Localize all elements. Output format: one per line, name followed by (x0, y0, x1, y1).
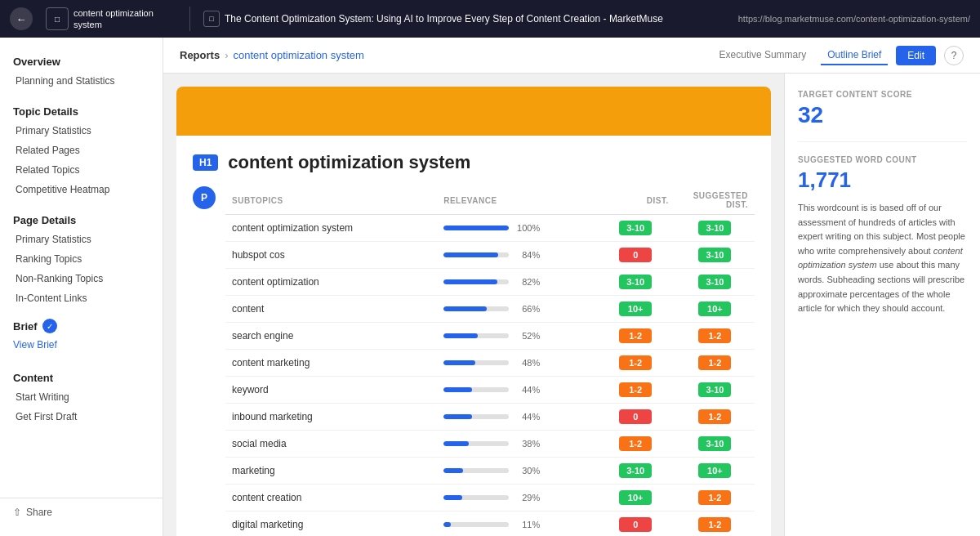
cell-dist: 1-2 (596, 377, 675, 404)
table-body: content optimization system 100% 3-10 3-… (225, 215, 755, 537)
col-header-dist: DIST. (596, 186, 675, 215)
cell-topic: marketing (225, 458, 437, 485)
table-row: content optimization 82% 3-10 3-10 (225, 269, 755, 296)
col-header-suggested: SUGGESTED DIST. (675, 186, 755, 215)
target-score-label: TARGET CONTENT SCORE (798, 90, 967, 99)
sidebar-item-start-writing[interactable]: Start Writing (0, 387, 163, 407)
edit-button[interactable]: Edit (896, 46, 936, 65)
app-icon: □ (46, 7, 69, 30)
sidebar-page-label: Page Details (0, 206, 163, 230)
breadcrumb-separator: › (225, 49, 228, 61)
tab-executive-summary[interactable]: Executive Summary (713, 46, 813, 65)
cell-topic: content creation (225, 485, 437, 511)
cell-relevance: 44% (437, 404, 595, 431)
table-row: keyword 44% 1-2 3-10 (225, 377, 755, 404)
sidebar-item-ranking-topics[interactable]: Ranking Topics (0, 249, 163, 269)
sidebar-item-primary-stats-1[interactable]: Primary Statistics (0, 121, 163, 141)
sidebar-share[interactable]: ⇧ Share (0, 498, 163, 526)
cell-suggested: 10+ (675, 296, 755, 323)
cell-topic: inbound marketing (225, 404, 437, 431)
cell-dist: 0 (596, 511, 675, 537)
main-layout: Overview Planning and Statistics Topic D… (0, 38, 980, 536)
cell-dist: 3-10 (596, 215, 675, 242)
cell-topic: content optimization (225, 269, 437, 296)
sidebar-topic-label: Topic Details (0, 97, 163, 121)
cell-suggested: 1-2 (675, 350, 755, 377)
cell-suggested: 3-10 (675, 431, 755, 458)
wordcount-value: 1,771 (798, 168, 967, 193)
cell-topic: hubspot cos (225, 242, 437, 269)
cell-relevance: 38% (437, 431, 595, 458)
sidebar-brief-row: Brief ✓ (0, 315, 163, 337)
cell-relevance: 66% (437, 296, 595, 323)
cell-dist: 0 (596, 404, 675, 431)
col-header-relevance: RELEVANCE (437, 186, 595, 215)
sidebar-brief-section: Brief ✓ View Brief (0, 315, 163, 357)
cell-suggested: 1-2 (675, 404, 755, 431)
doc-icon: □ (203, 11, 220, 27)
breadcrumb: Reports › content optimization system (180, 49, 364, 61)
sidebar-topic-section: Topic Details Primary Statistics Related… (0, 97, 163, 199)
cell-dist: 10+ (596, 296, 675, 323)
sidebar-item-get-draft[interactable]: Get First Draft (0, 407, 163, 427)
h1-header: H1 content optimization system (193, 152, 755, 173)
cell-suggested: 10+ (675, 458, 755, 485)
cell-topic: keyword (225, 377, 437, 404)
right-panel: TARGET CONTENT SCORE 32 SUGGESTED WORD C… (784, 74, 980, 536)
cell-suggested: 1-2 (675, 323, 755, 350)
sidebar-item-related-pages[interactable]: Related Pages (0, 141, 163, 160)
sidebar-brief-label: Brief (13, 320, 38, 333)
sidebar: Overview Planning and Statistics Topic D… (0, 38, 163, 536)
h1-section: H1 content optimization system P SUBTOPI… (176, 136, 771, 536)
sidebar-content-label: Content (0, 364, 163, 387)
table-row: content 66% 10+ 10+ (225, 296, 755, 323)
sidebar-item-in-content-links[interactable]: In-Content Links (0, 288, 163, 308)
left-panel: H1 content optimization system P SUBTOPI… (163, 74, 784, 536)
sidebar-item-competitive[interactable]: Competitive Heatmap (0, 180, 163, 199)
cell-suggested: 3-10 (675, 242, 755, 269)
breadcrumb-reports[interactable]: Reports (180, 49, 220, 61)
sidebar-item-related-topics[interactable]: Related Topics (0, 160, 163, 180)
cell-suggested: 3-10 (675, 269, 755, 296)
table-row: content creation 29% 10+ 1-2 (225, 485, 755, 511)
cell-relevance: 84% (437, 242, 595, 269)
table-row: social media 38% 1-2 3-10 (225, 431, 755, 458)
tab-outline-brief[interactable]: Outline Brief (821, 46, 888, 65)
cell-dist: 1-2 (596, 431, 675, 458)
content-area: Reports › content optimization system Ex… (163, 38, 980, 536)
right-divider-1 (798, 141, 967, 142)
back-icon: ← (16, 13, 27, 25)
cell-relevance: 11% (437, 511, 595, 537)
cell-suggested: 3-10 (675, 215, 755, 242)
cell-suggested: 3-10 (675, 377, 755, 404)
table-row: inbound marketing 44% 0 1-2 (225, 404, 755, 431)
cell-topic: social media (225, 431, 437, 458)
brief-check-icon: ✓ (42, 319, 57, 333)
table-row: digital marketing 11% 0 1-2 (225, 511, 755, 537)
breadcrumb-current[interactable]: content optimization system (233, 49, 363, 61)
cell-relevance: 82% (437, 269, 595, 296)
table-row: content optimization system 100% 3-10 3-… (225, 215, 755, 242)
cell-dist: 3-10 (596, 458, 675, 485)
sidebar-view-brief[interactable]: View Brief (0, 337, 163, 357)
topbar-url: https://blog.marketmuse.com/content-opti… (738, 14, 970, 24)
cell-dist: 10+ (596, 485, 675, 511)
p-badge: P (193, 186, 216, 209)
doc-title: The Content Optimization System: Using A… (225, 13, 663, 25)
sidebar-item-primary-stats-2[interactable]: Primary Statistics (0, 230, 163, 249)
cell-relevance: 29% (437, 485, 595, 511)
share-label: Share (26, 507, 52, 518)
app-name: content optimization system (74, 7, 154, 31)
back-button[interactable]: ← (10, 7, 33, 30)
cell-dist: 1-2 (596, 323, 675, 350)
cell-relevance: 44% (437, 377, 595, 404)
sidebar-page-section: Page Details Primary Statistics Ranking … (0, 206, 163, 308)
sidebar-item-planning[interactable]: Planning and Statistics (0, 71, 163, 91)
sidebar-item-non-ranking[interactable]: Non-Ranking Topics (0, 269, 163, 288)
right-description: This wordcount is is based off of our as… (798, 201, 967, 316)
help-button[interactable]: ? (944, 46, 964, 65)
sidebar-overview-section: Overview Planning and Statistics (0, 47, 163, 91)
subtopics-table: SUBTOPICS RELEVANCE DIST. SUGGESTED DIST… (225, 186, 755, 536)
topbar-title: □ The Content Optimization System: Using… (203, 11, 725, 27)
yellow-banner (176, 87, 771, 136)
